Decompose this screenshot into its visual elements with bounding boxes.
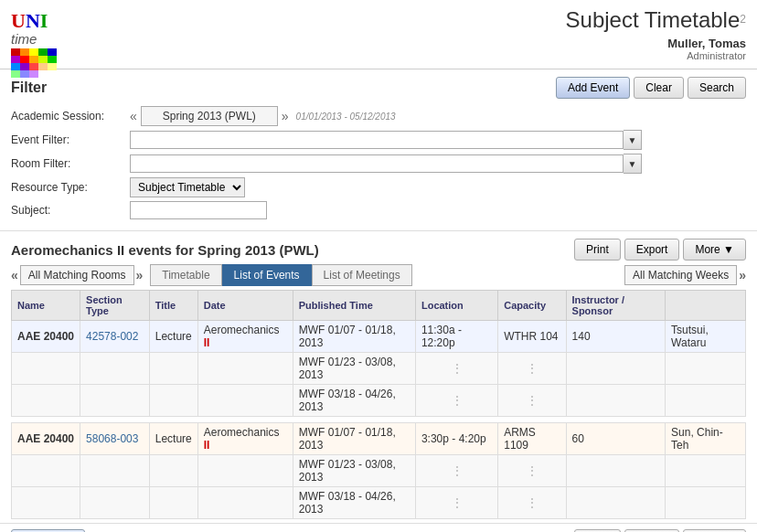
week-selector: All Matching Weeks » bbox=[624, 265, 746, 285]
row2-sub1-expand[interactable]: ⋮ bbox=[415, 455, 497, 487]
row2-sub1-loc-expand[interactable]: ⋮ bbox=[498, 455, 566, 487]
session-date: 01/01/2013 - 05/12/2013 bbox=[296, 112, 396, 122]
search-button[interactable]: Search bbox=[688, 77, 746, 99]
user-info: Muller, Tomas Administrator bbox=[566, 37, 746, 61]
event-filter-value: ▼ bbox=[130, 130, 746, 150]
academic-session-label: Academic Session: bbox=[11, 110, 130, 122]
row2-capacity: 60 bbox=[566, 423, 666, 455]
event-filter-label: Event Filter: bbox=[11, 133, 130, 146]
tab-timetable[interactable]: Timetable bbox=[150, 264, 221, 286]
room-filter-row: Room Filter: ▼ bbox=[11, 154, 746, 174]
row1-instructor: Tsutsui, Wataru bbox=[666, 321, 746, 353]
row1-title: Aeromechanics II bbox=[197, 321, 293, 353]
room-filter-input[interactable] bbox=[130, 154, 624, 173]
row1-time: 11:30a - 12:20p bbox=[415, 321, 497, 353]
row2-instructor: Sun, Chin-Teh bbox=[666, 423, 746, 455]
row2-name: AAE 20400 bbox=[12, 423, 80, 455]
resource-type-value: Subject Timetable Event Room bbox=[130, 177, 746, 197]
logo-text: UNI bbox=[11, 9, 48, 33]
row2-title: Aeromechanics II bbox=[197, 423, 293, 455]
page-title: Subject Timetable2 bbox=[566, 7, 746, 33]
session-prev-icon[interactable]: « bbox=[130, 109, 137, 123]
logo-area: UNI time bbox=[11, 9, 66, 59]
row2-sub2-expand[interactable]: ⋮ bbox=[415, 487, 497, 519]
user-name: Muller, Tomas bbox=[566, 37, 746, 50]
col-instructor bbox=[666, 291, 746, 321]
event-filter-dropdown-arrow[interactable]: ▼ bbox=[624, 130, 642, 150]
row1-sub1-date: MWF 01/23 - 03/08, 2013 bbox=[293, 353, 415, 385]
row1-sub2-loc-expand[interactable]: ⋮ bbox=[498, 385, 566, 417]
row1-sub1-expand[interactable]: ⋮ bbox=[415, 353, 497, 385]
subject-value: AAE 20400 bbox=[130, 201, 746, 219]
row2-date: MWF 01/07 - 01/18, 2013 bbox=[293, 423, 415, 455]
col-type: Title bbox=[149, 291, 197, 321]
row2-sub2-date: MWF 03/18 - 04/26, 2013 bbox=[293, 487, 415, 519]
session-next-icon[interactable]: » bbox=[282, 109, 289, 123]
subject-row: Subject: AAE 20400 bbox=[11, 201, 746, 219]
table-row: AAE 20400 42578-002 Lecture Aeromechanic… bbox=[12, 321, 746, 353]
logo-time-text: time bbox=[11, 31, 66, 47]
page-title-area: Subject Timetable2 Muller, Tomas Adminis… bbox=[566, 7, 746, 61]
row1-capacity: 140 bbox=[566, 321, 666, 353]
table-spacer bbox=[12, 417, 746, 423]
row2-sub1-date: MWF 01/23 - 03/08, 2013 bbox=[293, 455, 415, 487]
event-filter-row: Event Filter: ▼ bbox=[11, 130, 746, 150]
room-selector: « All Matching Rooms » bbox=[11, 265, 143, 285]
bottom-bar: Add Event Print Export More ▼ bbox=[0, 523, 757, 532]
events-table: Name Section Type Title Date Published T… bbox=[11, 290, 746, 519]
user-role: Administrator bbox=[566, 50, 746, 61]
print-button-top[interactable]: Print bbox=[574, 239, 621, 261]
col-location: Capacity bbox=[498, 291, 566, 321]
results-title: Aeromechanics II events for Spring 2013 … bbox=[11, 242, 319, 258]
col-name: Name bbox=[12, 291, 80, 321]
row1-sub2-date: MWF 03/18 - 04/26, 2013 bbox=[293, 385, 415, 417]
help-icon[interactable]: 2 bbox=[740, 13, 746, 26]
table-row: MWF 03/18 - 04/26, 2013 ⋮ ⋮ bbox=[12, 487, 746, 519]
table-container: Name Section Type Title Date Published T… bbox=[0, 290, 757, 519]
row1-name: AAE 20400 bbox=[12, 321, 80, 353]
week-selector-box[interactable]: All Matching Weeks bbox=[624, 265, 737, 285]
room-filter-label: Room Filter: bbox=[11, 157, 130, 170]
tab-list-of-events[interactable]: List of Events bbox=[222, 264, 312, 286]
table-row: AAE 20400 58068-003 Lecture Aeromechanic… bbox=[12, 423, 746, 455]
row2-sub2-loc-expand[interactable]: ⋮ bbox=[498, 487, 566, 519]
academic-session-value: « Spring 2013 (PWL) » 01/01/2013 - 05/12… bbox=[130, 106, 746, 126]
results-header-buttons: Print Export More ▼ bbox=[574, 239, 746, 261]
col-time: Location bbox=[415, 291, 497, 321]
table-row: MWF 03/18 - 04/26, 2013 ⋮ ⋮ bbox=[12, 385, 746, 417]
filter-buttons: Add Event Clear Search bbox=[556, 77, 746, 99]
logo-grid bbox=[11, 48, 57, 78]
row2-section: 58068-003 bbox=[80, 423, 150, 455]
row1-date: MWF 01/07 - 01/18, 2013 bbox=[293, 321, 415, 353]
row1-sub1-loc-expand[interactable]: ⋮ bbox=[498, 353, 566, 385]
academic-session-row: Academic Session: « Spring 2013 (PWL) » … bbox=[11, 106, 746, 126]
resource-type-select[interactable]: Subject Timetable Event Room bbox=[130, 177, 245, 197]
filter-title: Filter bbox=[11, 80, 47, 96]
room-selector-box[interactable]: All Matching Rooms bbox=[20, 265, 134, 285]
row2-location: ARMS 1109 bbox=[498, 423, 566, 455]
table-row: MWF 01/23 - 03/08, 2013 ⋮ ⋮ bbox=[12, 455, 746, 487]
col-date: Published Time bbox=[293, 291, 415, 321]
room-filter-value: ▼ bbox=[130, 154, 746, 174]
tabs-row: « All Matching Rooms » Timetable List of… bbox=[0, 264, 757, 290]
row1-section: 42578-002 bbox=[80, 321, 150, 353]
room-filter-dropdown-arrow[interactable]: ▼ bbox=[624, 154, 642, 174]
row1-sub2-expand[interactable]: ⋮ bbox=[415, 385, 497, 417]
academic-session-box[interactable]: Spring 2013 (PWL) bbox=[141, 106, 278, 126]
table-body: AAE 20400 42578-002 Lecture Aeromechanic… bbox=[12, 321, 746, 519]
col-capacity: Instructor / Sponsor bbox=[566, 291, 666, 321]
subject-input[interactable]: AAE 20400 bbox=[130, 201, 267, 219]
export-button-top[interactable]: Export bbox=[624, 239, 680, 261]
room-prev-icon[interactable]: « bbox=[11, 268, 18, 282]
tab-list-of-meetings[interactable]: List of Meetings bbox=[312, 264, 412, 286]
room-next-icon[interactable]: » bbox=[136, 268, 144, 282]
add-event-button[interactable]: Add Event bbox=[556, 77, 630, 99]
clear-button[interactable]: Clear bbox=[634, 77, 684, 99]
logo: UNI time bbox=[11, 9, 66, 59]
resource-type-row: Resource Type: Subject Timetable Event R… bbox=[11, 177, 746, 197]
event-filter-input[interactable] bbox=[130, 131, 624, 149]
week-next-icon[interactable]: » bbox=[739, 268, 746, 282]
more-button-top[interactable]: More ▼ bbox=[683, 239, 746, 261]
resource-type-label: Resource Type: bbox=[11, 181, 130, 194]
col-section: Section Type bbox=[80, 291, 150, 321]
